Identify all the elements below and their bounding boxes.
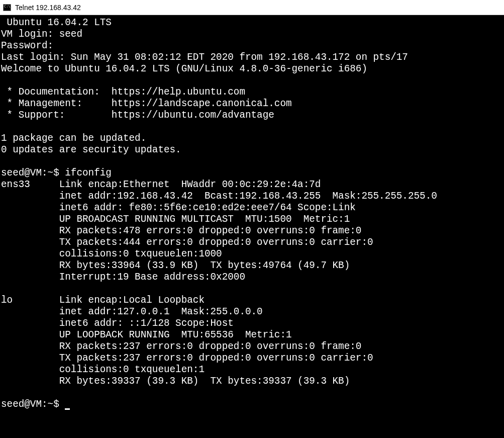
terminal-line: RX packets:237 errors:0 dropped:0 overru… bbox=[1, 341, 361, 352]
terminal-line: ens33 Link encap:Ethernet HWaddr 00:0c:2… bbox=[1, 179, 321, 190]
terminal-line: UP LOOPBACK RUNNING MTU:65536 Metric:1 bbox=[1, 329, 292, 340]
terminal-prompt: seed@VM:~$ bbox=[1, 399, 65, 410]
terminal-line: * Documentation: https://help.ubuntu.com bbox=[1, 86, 245, 98]
terminal-line: Ubuntu 16.04.2 LTS bbox=[1, 17, 112, 28]
terminal-line: Last login: Sun May 31 08:02:12 EDT 2020… bbox=[1, 52, 408, 63]
cmd-icon bbox=[3, 4, 11, 11]
terminal-line: 0 updates are security updates. bbox=[1, 144, 181, 155]
terminal-line: UP BROADCAST RUNNING MULTICAST MTU:1500 … bbox=[1, 214, 350, 225]
window-titlebar[interactable]: Telnet 192.168.43.42 bbox=[0, 0, 504, 15]
terminal-line: Welcome to Ubuntu 16.04.2 LTS (GNU/Linux… bbox=[1, 63, 367, 74]
window-title: Telnet 192.168.43.42 bbox=[15, 4, 81, 12]
terminal-line: 1 package can be updated. bbox=[1, 133, 146, 144]
terminal-line: lo Link encap:Local Loopback bbox=[1, 295, 205, 306]
terminal-line: inet6 addr: ::1/128 Scope:Host bbox=[1, 318, 234, 329]
terminal-line: inet addr:127.0.0.1 Mask:255.0.0.0 bbox=[1, 306, 263, 317]
terminal-line: * Support: https://ubuntu.com/advantage bbox=[1, 110, 274, 121]
terminal-line: collisions:0 txqueuelen:1000 bbox=[1, 248, 222, 259]
terminal-line: RX bytes:39337 (39.3 KB) TX bytes:39337 … bbox=[1, 376, 350, 387]
terminal-line: TX packets:237 errors:0 dropped:0 overru… bbox=[1, 353, 373, 364]
terminal-line: Interrupt:19 Base address:0x2000 bbox=[1, 272, 245, 283]
terminal-output[interactable]: Ubuntu 16.04.2 LTS VM login: seed Passwo… bbox=[0, 15, 504, 438]
terminal-line: inet addr:192.168.43.42 Bcast:192.168.43… bbox=[1, 191, 437, 202]
cursor bbox=[65, 408, 70, 410]
terminal-line: RX bytes:33964 (33.9 KB) TX bytes:49764 … bbox=[1, 260, 350, 271]
terminal-line: Password: bbox=[1, 40, 53, 51]
terminal-line: RX packets:478 errors:0 dropped:0 overru… bbox=[1, 225, 361, 236]
terminal-line: * Management: https://landscape.canonica… bbox=[1, 98, 292, 109]
terminal-line: seed@VM:~$ ifconfig bbox=[1, 167, 112, 179]
terminal-line: collisions:0 txqueuelen:1 bbox=[1, 364, 205, 375]
terminal-line: inet6 addr: fe80::5f6e:ce10:ed2e:eee7/64… bbox=[1, 202, 356, 213]
terminal-line: VM login: seed bbox=[1, 29, 82, 40]
terminal-line: TX packets:444 errors:0 dropped:0 overru… bbox=[1, 237, 373, 248]
